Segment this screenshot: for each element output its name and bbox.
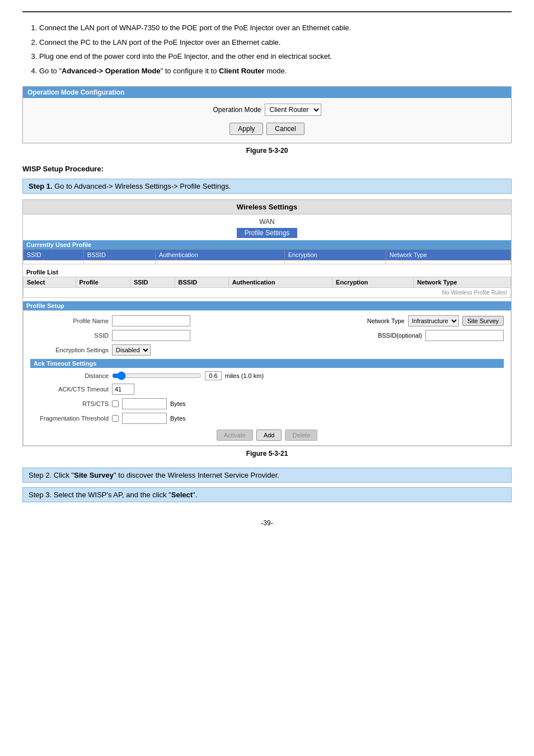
rts-cts-label: RTS/CTS xyxy=(30,400,109,407)
rts-cts-row: RTS/CTS Bytes xyxy=(30,398,504,409)
rts-cts-input[interactable] xyxy=(122,398,167,409)
step1-label: Step 1. xyxy=(29,182,53,190)
col-net-type: Network Type xyxy=(386,250,510,260)
tab-profile-settings[interactable]: Profile Settings xyxy=(237,228,298,238)
op-mode-config-box: Operation Mode Configuration Operation M… xyxy=(22,86,512,143)
bssid-label: BSSID(optional) xyxy=(378,332,422,339)
pl-col-profile: Profile xyxy=(76,277,130,288)
pl-col-select: Select xyxy=(24,277,76,288)
pl-col-bssid: BSSID xyxy=(175,277,228,288)
distance-slider[interactable] xyxy=(112,371,202,380)
pl-col-auth: Authentication xyxy=(228,277,332,288)
bssid-input[interactable] xyxy=(425,330,504,341)
frag-threshold-checkbox[interactable] xyxy=(112,415,119,422)
ack-cts-label: ACK/CTS Timeout xyxy=(30,386,109,393)
op-mode-body: Operation Mode Client Router Apply Cance… xyxy=(23,98,511,143)
wisp-title: WISP Setup Procedure: xyxy=(22,165,512,173)
no-profiles-msg: No Wireless Profile Rules! xyxy=(24,288,511,298)
frag-unit: Bytes xyxy=(170,415,186,422)
distance-value[interactable] xyxy=(205,371,222,380)
encryption-row: Encryption Settings Disabled xyxy=(30,344,504,356)
figure-5-3-21: Figure 5-3-21 xyxy=(22,450,512,458)
pl-col-enc: Encryption xyxy=(332,277,414,288)
add-button[interactable]: Add xyxy=(256,430,282,441)
step3-bold: Select xyxy=(171,491,193,499)
profile-name-row: Profile Name Network Type Infrastructure… xyxy=(30,315,504,326)
btn-row: Apply Cancel xyxy=(34,123,500,135)
figure-5-3-20: Figure 5-3-20 xyxy=(22,147,512,155)
rts-cts-unit: Bytes xyxy=(170,400,186,407)
currently-used-profile-table: SSID BSSID Authentication Encryption Net… xyxy=(23,249,511,264)
step1-text: Go to Advanced-> Wireless Settings-> Pro… xyxy=(54,182,231,190)
wireless-panel: Wireless Settings WAN Profile Settings C… xyxy=(22,199,512,446)
step2-text: Click "Site Survey" to discover the Wire… xyxy=(54,471,279,479)
currently-used-profile-header: Currently Used Profile xyxy=(23,240,511,249)
profile-setup-header: Profile Setup xyxy=(23,301,511,310)
list-item-1: Connect the LAN port of WNAP-7350 to the… xyxy=(39,22,512,34)
no-profiles-row: No Wireless Profile Rules! xyxy=(24,288,511,298)
network-type-label: Network Type xyxy=(367,318,405,324)
pl-col-nettype: Network Type xyxy=(414,277,511,288)
step1-banner: Step 1. Go to Advanced-> Wireless Settin… xyxy=(22,179,512,194)
list-item-3: Plug one end of the power cord into the … xyxy=(39,51,512,62)
ssid-input[interactable] xyxy=(112,330,190,341)
frag-threshold-row: Fragmentation Threshold Bytes xyxy=(30,413,504,424)
ack-timeout-header: Ack Timeout Settings xyxy=(30,359,504,368)
delete-button[interactable]: Delete xyxy=(285,430,317,441)
distance-label: Distance xyxy=(30,372,109,379)
step2-bold: Site Survey xyxy=(74,471,114,479)
ack-cts-row: ACK/CTS Timeout xyxy=(30,384,504,395)
encryption-select[interactable]: Disabled xyxy=(112,344,151,356)
list-item-2: Connect the PC to the LAN port of the Po… xyxy=(39,37,512,48)
col-bssid: BSSID xyxy=(83,250,155,260)
op-mode-row: Operation Mode Client Router xyxy=(34,104,500,116)
rts-cts-checkbox[interactable] xyxy=(112,400,119,407)
cancel-button[interactable]: Cancel xyxy=(266,123,304,135)
frag-threshold-input[interactable] xyxy=(122,413,167,424)
wireless-panel-header: Wireless Settings xyxy=(23,200,511,214)
list-item-4: Go to "Advanced-> Operation Mode" to con… xyxy=(39,66,512,77)
profile-setup-body: Profile Name Network Type Infrastructure… xyxy=(23,310,511,446)
col-ssid: SSID xyxy=(24,250,84,260)
bold-client-router: Client Router xyxy=(219,67,265,75)
pl-col-ssid: SSID xyxy=(130,277,175,288)
frag-threshold-label: Fragmentation Threshold xyxy=(30,415,109,422)
step3-banner: Step 3. Select the WISP's AP, and the cl… xyxy=(22,487,512,502)
op-mode-label: Operation Mode xyxy=(213,106,261,114)
ack-cts-input[interactable] xyxy=(112,384,134,395)
col-auth: Authentication xyxy=(156,250,285,260)
instructions-list: Connect the LAN port of WNAP-7350 to the… xyxy=(22,22,512,76)
encryption-label: Encryption Settings xyxy=(30,347,109,353)
profile-list-header: Profile List xyxy=(23,268,511,277)
profile-name-input[interactable] xyxy=(112,315,190,326)
top-divider xyxy=(22,11,512,12)
ssid-label: SSID xyxy=(30,332,109,339)
bold-advanced: Advanced-> Operation Mode xyxy=(62,67,161,75)
step2-banner: Step 2. Click "Site Survey" to discover … xyxy=(22,468,512,483)
page-number: -39- xyxy=(22,519,512,527)
menu-tabs: WAN Profile Settings xyxy=(23,214,511,240)
step2-num: Step 2. xyxy=(29,471,51,479)
distance-row: Distance miles (1.0 km) xyxy=(30,371,504,380)
op-mode-select[interactable]: Client Router xyxy=(265,104,321,116)
apply-button[interactable]: Apply xyxy=(229,123,263,135)
ssid-row: SSID BSSID(optional) xyxy=(30,330,504,341)
distance-unit: miles (1.0 km) xyxy=(225,372,264,379)
step3-text: Select the WISP's AP, and the click "Sel… xyxy=(54,491,197,499)
table-row-empty xyxy=(24,260,511,264)
site-survey-button[interactable]: Site Survey xyxy=(462,316,504,326)
profile-name-label: Profile Name xyxy=(30,318,109,324)
action-buttons-row: Activate Add Delete xyxy=(30,430,504,441)
col-enc: Encryption xyxy=(284,250,386,260)
op-mode-header: Operation Mode Configuration xyxy=(23,87,511,98)
activate-button[interactable]: Activate xyxy=(217,430,253,441)
profile-list-table: Select Profile SSID BSSID Authentication… xyxy=(23,277,511,298)
step3-num: Step 3. xyxy=(29,491,51,499)
network-type-select[interactable]: Infrastructure xyxy=(408,315,459,326)
tab-wan[interactable]: WAN xyxy=(255,217,279,227)
